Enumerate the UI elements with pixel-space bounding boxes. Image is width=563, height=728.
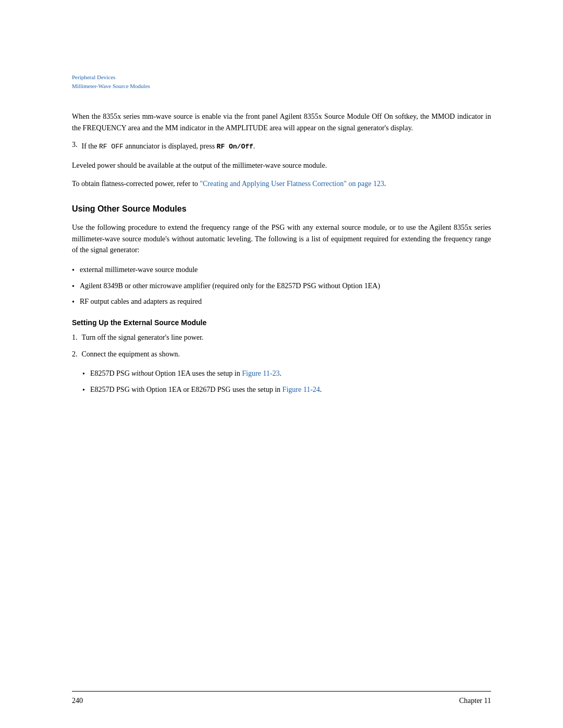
breadcrumb: Peripheral Devices Millimeter-Wave Sourc…: [72, 73, 491, 90]
bullet-icon: •: [72, 265, 75, 276]
flatness-para: To obtain flatness-corrected power, refe…: [72, 178, 491, 190]
using-other-section-heading: Using Other Source Modules: [72, 204, 491, 214]
sub-bullet-1-before: E8257D PSG: [90, 369, 131, 377]
sub-bullet-1-italic: without: [131, 369, 153, 377]
list-item: • E8257D PSG without Option 1EA uses the…: [82, 368, 491, 380]
list-item: 2. Connect the equipment as shown.: [72, 349, 491, 360]
flatness-text-after: .: [384, 180, 386, 188]
bullet-icon: •: [82, 385, 85, 396]
step-text: Connect the equipment as shown.: [82, 349, 180, 360]
list-item: • Agilent 8349B or other microwave ampli…: [72, 280, 491, 292]
using-other-section-para: Use the following procedure to extend th…: [72, 222, 491, 256]
list-item: • E8257D PSG with Option 1EA or E8267D P…: [82, 384, 491, 396]
page-number: 240: [72, 697, 83, 705]
breadcrumb-link-1[interactable]: Peripheral Devices: [72, 73, 491, 82]
sub-bullet-2-before: E8257D PSG with Option 1EA or E8267D PSG…: [90, 386, 283, 393]
bullet-icon: •: [82, 368, 85, 380]
intro-paragraph: When the 8355x series mm-wave source is …: [72, 111, 491, 133]
sub-bullet-2-end: .: [320, 386, 322, 393]
sub-bullet-1-end: .: [279, 369, 282, 377]
step-3-number: 3.: [72, 141, 78, 152]
step-3-text: If the RF OFF annunciator is displayed, …: [82, 141, 255, 152]
breadcrumb-link-2[interactable]: Millimeter-Wave Source Modules: [72, 82, 491, 91]
list-item: • external millimeter-wave source module: [72, 264, 491, 276]
list-item-text: E8257D PSG without Option 1EA uses the s…: [90, 368, 282, 379]
step-text: Turn off the signal generator's line pow…: [82, 332, 204, 343]
list-item-text: external millimeter-wave source module: [80, 264, 198, 276]
bullet-icon: •: [72, 297, 75, 308]
equipment-bullet-list: • external millimeter-wave source module…: [72, 264, 491, 308]
sub-bullet-list: • E8257D PSG without Option 1EA uses the…: [82, 368, 491, 396]
page: Peripheral Devices Millimeter-Wave Sourc…: [0, 0, 563, 728]
rf-off-mono: RF OFF: [99, 143, 124, 151]
footer: 240 Chapter 11: [72, 697, 491, 705]
figure-11-23-link[interactable]: Figure 11-23: [242, 369, 279, 377]
step-num: 1.: [72, 332, 78, 343]
bullet-icon: •: [72, 281, 75, 292]
setup-steps-list: 1. Turn off the signal generator's line …: [72, 332, 491, 360]
sub-bullet-1-after: Option 1EA uses the setup in: [153, 369, 242, 377]
list-item: 1. Turn off the signal generator's line …: [72, 332, 491, 343]
flatness-text-before: To obtain flatness-corrected power, refe…: [72, 180, 200, 188]
list-item-text: E8257D PSG with Option 1EA or E8267D PSG…: [90, 384, 322, 396]
step-3-item: 3. If the RF OFF annunciator is displaye…: [72, 141, 491, 152]
list-item-text: Agilent 8349B or other microwave amplifi…: [80, 280, 380, 292]
chapter-label: Chapter 11: [459, 697, 491, 705]
flatness-link[interactable]: "Creating and Applying User Flatness Cor…: [200, 180, 384, 188]
step-num: 2.: [72, 349, 78, 360]
content-area: Peripheral Devices Millimeter-Wave Sourc…: [0, 0, 563, 442]
list-item-text: RF output cables and adapters as require…: [80, 296, 202, 307]
footer-line: [72, 691, 491, 692]
list-item: • RF output cables and adapters as requi…: [72, 296, 491, 308]
figure-11-24-link[interactable]: Figure 11-24: [283, 386, 320, 393]
leveled-para: Leveled power should be available at the…: [72, 160, 491, 171]
rf-onoff-bold: RF On/Off: [217, 143, 253, 151]
sub-section-heading: Setting Up the External Source Module: [72, 318, 491, 327]
